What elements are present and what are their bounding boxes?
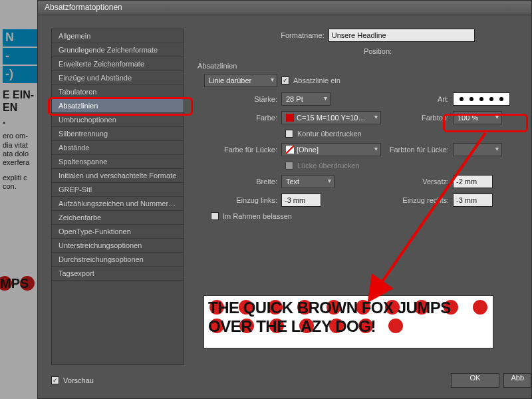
sidebar-item[interactable]: Abstände: [52, 141, 184, 155]
rule-position-dropdown[interactable]: Linie darüber: [204, 74, 277, 87]
offset-input[interactable]: -2 mm: [453, 175, 493, 188]
weight-label: Stärke:: [198, 95, 277, 103]
art-label: Art:: [334, 95, 449, 103]
overprint-gap-label: Lücke überdrucken: [297, 162, 360, 170]
sidebar-item[interactable]: GREP-Stil: [52, 183, 184, 197]
weight-input[interactable]: 28 Pt: [281, 92, 331, 106]
color-label: Farbe:: [198, 114, 277, 122]
formatname-input[interactable]: Unsere Headline: [329, 29, 475, 42]
keep-in-frame-checkbox[interactable]: [211, 212, 219, 220]
overprint-stroke-label: Kontur überdrucken: [297, 130, 362, 138]
sidebar-item[interactable]: Tabulatoren: [52, 85, 184, 99]
gap-tint-label: Farbton für Lücke:: [385, 146, 449, 154]
sidebar-item[interactable]: Zeichenfarbe: [52, 211, 184, 225]
sidebar-item[interactable]: Initialen und verschachtelte Formate: [52, 169, 184, 183]
gap-tint-input[interactable]: [453, 143, 502, 156]
category-sidebar: AllgemeinGrundlegende ZeichenformateErwe…: [51, 29, 184, 365]
sidebar-item[interactable]: Durchstreichungsoptionen: [52, 253, 184, 267]
gap-color-label: Farbe für Lücke:: [198, 146, 277, 154]
cancel-button[interactable]: Abb: [503, 373, 531, 388]
sidebar-item[interactable]: Allgemein: [52, 29, 184, 43]
offset-label: Versatz:: [338, 178, 449, 186]
color-dropdown[interactable]: C=15 M=100 Y=10…: [281, 111, 381, 124]
bg-headline-fragment: MPS: [0, 276, 29, 291]
keep-in-frame-label: Im Rahmen belassen: [223, 212, 292, 220]
preview-label: Vorschau: [63, 376, 94, 384]
width-label: Breite:: [198, 178, 277, 186]
rule-on-checkbox[interactable]: ✓: [281, 76, 289, 84]
sidebar-item[interactable]: Absatzlinien: [52, 99, 184, 113]
section-heading: Absatzlinien: [198, 62, 518, 70]
rule-on-label: Absatzlinie ein: [293, 76, 340, 84]
tint-label: Farbton:: [385, 114, 449, 122]
tint-input[interactable]: 100 %: [453, 111, 502, 124]
position-label: Position:: [364, 47, 392, 55]
headline-preview: THE QUICK BROWN FOX JUMPS OVER THE LAZY …: [203, 295, 493, 348]
sidebar-item[interactable]: Tagsexport: [52, 267, 184, 281]
sidebar-item[interactable]: Spaltenspanne: [52, 155, 184, 169]
width-dropdown[interactable]: Text: [281, 175, 334, 188]
formatname-label: Formatname:: [281, 31, 324, 39]
indent-right-label: Einzug rechts:: [325, 196, 449, 204]
sidebar-item[interactable]: Umbruchoptionen: [52, 113, 184, 127]
overprint-gap-checkbox: [285, 162, 293, 170]
sidebar-item[interactable]: Silbentrennung: [52, 127, 184, 141]
indent-left-input[interactable]: -3 mm: [281, 194, 321, 207]
indent-left-label: Einzug links:: [198, 196, 277, 204]
ok-button[interactable]: OK: [451, 373, 500, 388]
stroke-type-dropdown[interactable]: [453, 92, 510, 106]
sidebar-item[interactable]: Grundlegende Zeichenformate: [52, 43, 184, 57]
sidebar-item[interactable]: Erweiterte Zeichenformate: [52, 57, 184, 71]
indent-right-input[interactable]: -3 mm: [453, 194, 493, 207]
dialog-footer: ✓ Vorschau OK Abb: [51, 374, 531, 392]
sidebar-item[interactable]: Unterstreichungsoptionen: [52, 239, 184, 253]
sidebar-item[interactable]: OpenType-Funktionen: [52, 225, 184, 239]
sidebar-item[interactable]: Einzüge und Abstände: [52, 71, 184, 85]
gap-color-dropdown[interactable]: [Ohne]: [281, 143, 381, 156]
overprint-stroke-checkbox[interactable]: [285, 130, 293, 138]
dialog-title: Absatzformatoptionen: [38, 1, 531, 15]
preview-checkbox[interactable]: ✓: [51, 376, 59, 384]
sidebar-item[interactable]: Aufzählungszeichen und Nummerierung: [52, 197, 184, 211]
